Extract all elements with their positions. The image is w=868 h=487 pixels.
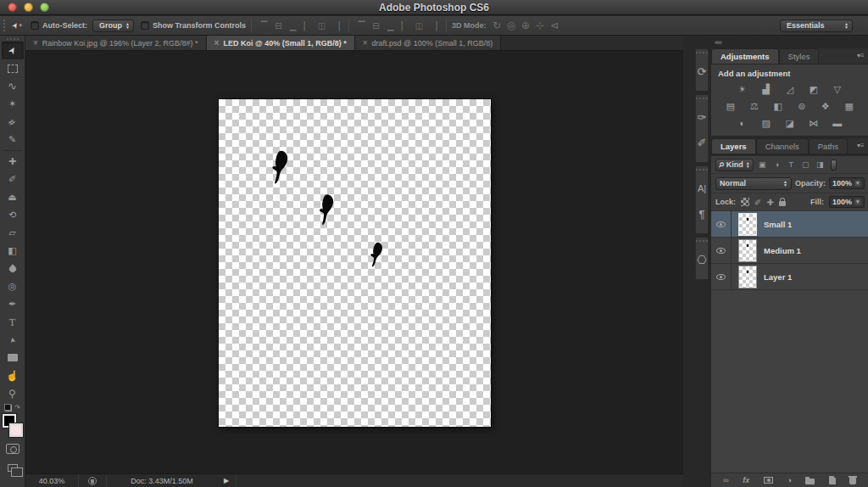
character-panel-icon[interactable]: A| [696, 176, 708, 201]
layer-thumbnail[interactable] [738, 213, 757, 236]
visibility-cell[interactable] [711, 238, 732, 263]
channel-mixer-icon[interactable]: ❖ [818, 100, 833, 112]
photo-filter-icon[interactable]: ⊚ [794, 100, 810, 112]
layer-style-button[interactable]: fx [743, 476, 749, 484]
close-icon[interactable]: × [363, 38, 368, 48]
layer-row-small-1[interactable]: Small 1 [711, 211, 868, 238]
lock-transparency-icon[interactable] [741, 198, 749, 206]
close-icon[interactable]: × [33, 38, 38, 48]
type-tool-button[interactable]: T [2, 313, 24, 331]
brush-tool-button[interactable]: ✐ [2, 171, 24, 188]
posterize-icon[interactable]: ▨ [759, 117, 774, 129]
lasso-tool-button[interactable]: ∿ [2, 77, 24, 95]
distribute-right-edges-button[interactable]: ▕ [426, 21, 441, 31]
workspace-dropdown[interactable]: Essentials ▲▼ [780, 20, 853, 32]
tab-led-koi[interactable]: × LED Koi @ 40% (Small 1, RGB/8) * [207, 36, 355, 50]
lock-all-icon[interactable] [779, 201, 786, 206]
pasteboard[interactable] [25, 51, 683, 473]
levels-icon[interactable]: ▟ [759, 83, 774, 95]
tab-styles[interactable]: Styles [779, 48, 820, 64]
screen-mode-button[interactable] [2, 459, 24, 477]
tab-layers[interactable]: Layers [711, 138, 756, 154]
rectangle-tool-button[interactable] [2, 349, 24, 367]
panel-grip[interactable] [696, 98, 708, 99]
chevron-down-icon[interactable]: ▾ [854, 199, 861, 205]
tab-paths[interactable]: Paths [809, 138, 848, 154]
auto-select-checkbox[interactable] [31, 21, 39, 30]
pen-tool-button[interactable]: ✒ [2, 295, 24, 313]
layer-row-medium-1[interactable]: Medium 1 [711, 238, 868, 264]
distribute-horizontal-centers-button[interactable]: ◫ [412, 21, 426, 31]
lock-paint-icon[interactable]: ✐ [754, 198, 761, 207]
options-bar-grip[interactable] [3, 20, 8, 31]
distribute-left-edges-button[interactable]: ▏ [398, 21, 412, 31]
paragraph-panel-icon[interactable]: ¶ [696, 201, 708, 227]
align-bottom-edges-button[interactable]: ▁ [286, 21, 300, 31]
tools-panel-grip[interactable] [7, 38, 19, 40]
invert-icon[interactable]: ◐ [735, 117, 750, 129]
vibrance-icon[interactable]: ▽ [830, 83, 845, 95]
panel-grip[interactable] [696, 52, 708, 53]
layer-name[interactable]: Small 1 [764, 220, 792, 229]
eraser-tool-button[interactable]: ▱ [2, 224, 24, 242]
quick-mask-button[interactable] [2, 439, 24, 457]
filter-adjustment-layers-icon[interactable]: ◑ [771, 160, 782, 169]
blur-tool-button[interactable] [2, 260, 24, 277]
exposure-icon[interactable]: ◩ [806, 83, 821, 95]
brightness-contrast-icon[interactable]: ☀ [735, 83, 750, 95]
crop-tool-button[interactable]: # [2, 113, 24, 131]
move-tool-button[interactable]: ➤ [2, 42, 24, 59]
hue-saturation-icon[interactable]: ▤ [723, 100, 738, 112]
align-vertical-centers-button[interactable]: ⊟ [271, 21, 286, 31]
panel-grip[interactable] [696, 169, 708, 171]
panel-menu-icon[interactable]: ▾≡ [857, 52, 865, 59]
link-layers-button[interactable]: ∞ [723, 476, 728, 484]
filter-kind-dropdown[interactable]: ⚲ Kind ▲▼ [715, 159, 754, 171]
quick-selection-tool-button[interactable]: ✶ [2, 95, 24, 113]
status-menu-arrow-icon[interactable]: ▶ [224, 477, 229, 484]
selective-color-icon[interactable]: ▬ [830, 117, 845, 129]
gradient-tool-button[interactable]: ◧ [2, 242, 24, 260]
filtering-toggle[interactable] [831, 160, 837, 171]
distribute-top-edges-button[interactable]: ▔ [354, 21, 369, 31]
align-left-edges-button[interactable]: ▏ [300, 21, 314, 31]
new-adjustment-layer-button[interactable]: ◑ [787, 476, 791, 484]
opacity-field[interactable]: 100% ▾ [829, 177, 865, 189]
document-status-icon[interactable] [88, 477, 97, 485]
history-brush-tool-button[interactable]: ⟲ [2, 206, 24, 224]
filter-shape-layers-icon[interactable]: ▢ [800, 160, 811, 169]
filter-smart-objects-icon[interactable]: ◨ [815, 160, 826, 169]
add-layer-mask-button[interactable] [764, 477, 773, 484]
visibility-cell[interactable] [711, 264, 732, 289]
tab-channels[interactable]: Channels [756, 138, 809, 154]
filter-pixel-layers-icon[interactable]: ▣ [757, 160, 768, 169]
gradient-map-icon[interactable]: ⋈ [806, 117, 821, 129]
zoom-level-field[interactable]: 40.03% [25, 477, 78, 485]
tool-presets-panel-icon[interactable]: ✐ [696, 130, 708, 155]
color-balance-icon[interactable]: ⚖ [747, 100, 762, 112]
healing-brush-tool-button[interactable]: ✚ [2, 153, 24, 171]
align-right-edges-button[interactable]: ▕ [329, 21, 343, 31]
3d-roll-icon[interactable]: ◎ [504, 20, 519, 31]
marquee-tool-button[interactable] [2, 59, 24, 77]
tab-adjustments[interactable]: Adjustments [711, 48, 779, 64]
canvas[interactable] [219, 99, 491, 427]
collapse-dock-icon[interactable]: «« [715, 38, 721, 47]
new-group-button[interactable] [805, 477, 815, 484]
swap-colors-icon[interactable]: ↷ [14, 404, 20, 411]
new-layer-button[interactable] [829, 476, 836, 484]
tab-rainbow-koi[interactable]: × Rainbow Koi.jpg @ 196% (Layer 2, RGB/8… [25, 36, 207, 50]
history-panel-icon[interactable]: ⟳ [696, 59, 708, 84]
3d-panel-icon[interactable]: ⎔ [696, 247, 708, 272]
path-selection-tool-button[interactable]: ➤ [2, 331, 24, 349]
lock-position-icon[interactable]: ✚ [766, 198, 773, 207]
show-transform-checkbox[interactable] [141, 21, 149, 30]
delete-layer-button[interactable] [849, 476, 856, 484]
dodge-tool-button[interactable]: ◎ [2, 277, 24, 295]
curves-icon[interactable]: ◿ [782, 83, 798, 95]
move-tool-preset-button[interactable]: ➤ ▾ [12, 21, 22, 30]
filter-type-layers-icon[interactable]: T [786, 160, 797, 169]
panel-grip[interactable] [696, 240, 708, 242]
default-colors-icon[interactable] [4, 404, 12, 411]
brush-panel-icon[interactable]: ✑ [696, 104, 708, 130]
